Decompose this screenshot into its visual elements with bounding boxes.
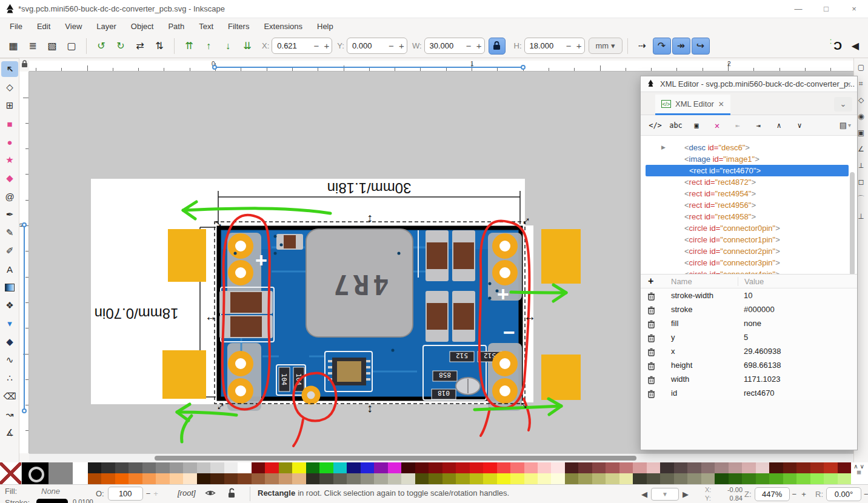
- palette-swatch[interactable]: [224, 462, 238, 473]
- attribute-value[interactable]: #000000: [744, 302, 775, 316]
- menu-item[interactable]: Edit: [30, 19, 58, 33]
- snap-toggle-icon[interactable]: ⁚Ɔ: [833, 39, 842, 53]
- unit-dropdown[interactable]: mm▾: [589, 38, 623, 54]
- palette-swatch[interactable]: [129, 462, 142, 473]
- palette-swatch[interactable]: [769, 462, 783, 473]
- attribute-value[interactable]: 10: [744, 288, 752, 302]
- palette-swatch[interactable]: [88, 473, 101, 484]
- lower-to-bottom-icon[interactable]: ⇊: [238, 38, 256, 55]
- palette-swatch[interactable]: [183, 462, 196, 473]
- palette-swatch[interactable]: [824, 473, 837, 484]
- lower-icon[interactable]: ↓: [219, 38, 237, 55]
- palette-swatch[interactable]: [810, 462, 824, 473]
- snap-page-icon[interactable]: ◻: [858, 178, 864, 186]
- x[interactable]: x 29.460938: [641, 344, 857, 358]
- palette-swatch[interactable]: [796, 462, 810, 473]
- palette-scroll-controls[interactable]: ∧ ∨ ≡: [851, 464, 867, 476]
- height[interactable]: height 698.66138: [641, 358, 857, 372]
- palette-swatch[interactable]: [715, 473, 728, 484]
- palette-swatch[interactable]: [510, 462, 524, 473]
- palette-swatch[interactable]: [824, 462, 837, 473]
- palette-swatch[interactable]: [647, 462, 660, 473]
- palette-swatch[interactable]: [606, 473, 619, 484]
- xml-node-rect4954[interactable]: <rect id="rect4954">: [641, 188, 857, 199]
- close-button[interactable]: ×: [840, 0, 868, 18]
- attribute-value[interactable]: 5: [744, 330, 748, 344]
- duplicate-node-icon[interactable]: ▣: [688, 118, 705, 133]
- menu-item[interactable]: Layer: [89, 19, 124, 33]
- palette-swatch[interactable]: [374, 473, 387, 484]
- menu-item[interactable]: Extensions: [256, 19, 310, 33]
- palette-swatch[interactable]: [401, 473, 415, 484]
- palette-swatch[interactable]: [156, 473, 169, 484]
- dropper-tool[interactable]: ▾: [1, 316, 18, 331]
- xml-node-connector2pin[interactable]: <circle id="connector2pin">: [641, 245, 857, 257]
- id[interactable]: id rect4670: [641, 386, 857, 400]
- attribute-value[interactable]: 29.460938: [744, 344, 781, 358]
- horizontal-scrollbar[interactable]: [29, 453, 853, 462]
- palette-swatch[interactable]: [101, 473, 115, 484]
- palette-swatch[interactable]: [401, 462, 415, 473]
- collapse-toolbar-button[interactable]: ◀: [846, 38, 864, 55]
- move-clips-toggle[interactable]: ↠: [672, 38, 690, 55]
- move-patterns-toggle[interactable]: ↷: [653, 38, 671, 55]
- palette-swatch[interactable]: [674, 462, 687, 473]
- xml-editor-titlebar[interactable]: XML Editor - svg.pcb.mini560-buck-dc-dc-…: [641, 76, 857, 92]
- palette-swatch[interactable]: [306, 473, 319, 484]
- menu-item[interactable]: Path: [161, 19, 192, 33]
- x-input[interactable]: 0.621−+: [272, 38, 332, 54]
- palette-swatch[interactable]: [838, 462, 851, 473]
- palette-swatch[interactable]: [810, 473, 824, 484]
- palette-swatch[interactable]: [142, 473, 156, 484]
- palette-swatch[interactable]: [333, 473, 347, 484]
- unindent-node-icon[interactable]: ⇤: [729, 118, 746, 133]
- select-same-icon[interactable]: ▢: [62, 38, 81, 55]
- stroke-width[interactable]: stroke-width 10: [641, 288, 857, 302]
- xml-node-desc6[interactable]: ▶<desc id="desc6">: [641, 142, 857, 153]
- palette-swatch[interactable]: [306, 462, 319, 473]
- palette-swatch[interactable]: [170, 462, 183, 473]
- palette-swatch[interactable]: [252, 473, 265, 484]
- palette-swatch[interactable]: [715, 462, 728, 473]
- palette-swatch[interactable]: [592, 473, 606, 484]
- stroke[interactable]: stroke #000000: [641, 302, 857, 316]
- scrollbar-thumb[interactable]: [155, 456, 636, 461]
- palette-swatch[interactable]: [115, 473, 129, 484]
- xml-node-connector1pin[interactable]: <circle id="connector1pin">: [641, 234, 857, 245]
- palette-swatch[interactable]: [156, 462, 169, 473]
- attribute-value[interactable]: rect4670: [744, 386, 775, 400]
- palette-swatch[interactable]: [238, 473, 251, 484]
- palette-swatch[interactable]: [783, 473, 796, 484]
- palette-swatch[interactable]: [729, 473, 742, 484]
- palette-swatch[interactable]: [633, 462, 646, 473]
- palette-swatch[interactable]: [252, 462, 265, 473]
- attribute-name[interactable]: stroke-width: [671, 288, 713, 302]
- palette-swatch[interactable]: [538, 462, 551, 473]
- delete-node-icon[interactable]: ✕: [709, 118, 726, 133]
- height-input[interactable]: 18.000−+: [524, 38, 585, 54]
- palette-swatch[interactable]: [769, 473, 783, 484]
- pcb-image[interactable]: 4R7: [219, 228, 522, 411]
- palette-swatch[interactable]: [578, 473, 592, 484]
- panel-layout-toggle[interactable]: ▤▾: [840, 121, 851, 130]
- panel-chevron-icon[interactable]: ⌄: [834, 97, 852, 112]
- xml-node-rect4670[interactable]: <rect id="rect4670">: [646, 165, 849, 176]
- palette-swatch[interactable]: [633, 473, 646, 484]
- move-gradients-toggle[interactable]: ⇢: [633, 38, 652, 55]
- statusbar-nav[interactable]: ◀▼▶: [641, 488, 689, 501]
- raise-icon[interactable]: ↑: [199, 38, 218, 55]
- xml-node-connector4pin[interactable]: <circle id="connector4pin">: [641, 268, 857, 274]
- pencil-tool[interactable]: ✎: [1, 225, 18, 241]
- palette-swatch[interactable]: [551, 462, 564, 473]
- palette-swatch[interactable]: [660, 462, 673, 473]
- palette-swatch[interactable]: [319, 462, 333, 473]
- palette-swatch[interactable]: [210, 462, 224, 473]
- attribute-value[interactable]: 1171.1023: [744, 372, 781, 386]
- menu-item[interactable]: Help: [310, 19, 341, 33]
- palette-swatch[interactable]: [333, 462, 347, 473]
- box-3d-tool[interactable]: ◆: [1, 170, 18, 186]
- snap-edges-icon[interactable]: ▣: [858, 128, 864, 137]
- rectangle-tool[interactable]: ■: [1, 116, 18, 132]
- menu-item[interactable]: File: [2, 19, 30, 33]
- selector-tool[interactable]: ➔: [1, 61, 18, 77]
